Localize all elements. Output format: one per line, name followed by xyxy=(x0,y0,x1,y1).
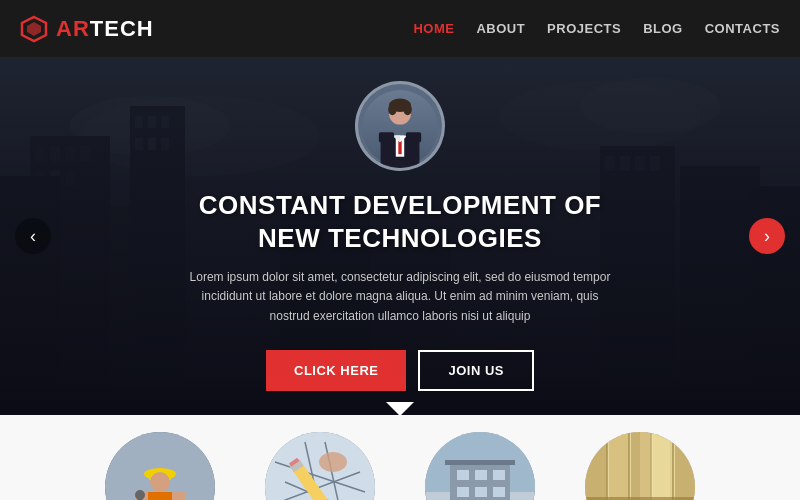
svg-point-39 xyxy=(388,104,396,116)
svg-rect-105 xyxy=(640,432,670,501)
hero-content: CONSTANT DEVELOPMENT OF NEW TECHNOLOGIES… xyxy=(180,81,620,391)
nav-blog[interactable]: BLOG xyxy=(643,21,683,36)
feature-circle-1 xyxy=(105,432,215,501)
main-nav: HOME ABOUT PROJECTS BLOG CONTACTS xyxy=(413,21,780,36)
svg-rect-82 xyxy=(457,470,469,480)
header: ARTECH HOME ABOUT PROJECTS BLOG CONTACTS xyxy=(0,0,800,57)
svg-rect-47 xyxy=(406,132,421,142)
click-here-button[interactable]: CLICK HERE xyxy=(266,350,406,391)
hero-title: CONSTANT DEVELOPMENT OF NEW TECHNOLOGIES xyxy=(180,189,620,254)
next-slide-button[interactable]: › xyxy=(749,218,785,254)
svg-rect-86 xyxy=(475,487,487,497)
feature-circle-4 xyxy=(585,432,695,501)
svg-point-54 xyxy=(150,472,170,492)
svg-rect-85 xyxy=(457,487,469,497)
svg-point-40 xyxy=(403,104,411,116)
logo-icon xyxy=(20,15,48,43)
svg-rect-87 xyxy=(493,487,505,497)
svg-point-62 xyxy=(135,490,145,500)
svg-point-76 xyxy=(319,452,347,472)
hero-description: Lorem ipsum dolor sit amet, consectetur … xyxy=(180,268,620,326)
scroll-indicator xyxy=(386,402,414,415)
hero-section: ‹ xyxy=(0,57,800,415)
prev-slide-button[interactable]: ‹ xyxy=(15,218,51,254)
hero-avatar xyxy=(355,81,445,171)
feature-circle-2 xyxy=(265,432,375,501)
svg-rect-98 xyxy=(609,432,629,501)
nav-contacts[interactable]: CONTACTS xyxy=(705,21,780,36)
svg-rect-83 xyxy=(475,470,487,480)
svg-rect-59 xyxy=(172,492,185,500)
nav-about[interactable]: ABOUT xyxy=(476,21,525,36)
svg-rect-84 xyxy=(493,470,505,480)
join-us-button[interactable]: JOIN US xyxy=(418,350,534,391)
nav-projects[interactable]: PROJECTS xyxy=(547,21,621,36)
features-section xyxy=(0,415,800,500)
svg-rect-46 xyxy=(379,132,394,142)
svg-rect-106 xyxy=(585,497,695,501)
logo: ARTECH xyxy=(20,15,154,43)
svg-rect-104 xyxy=(675,432,695,501)
svg-marker-1 xyxy=(27,22,41,36)
hero-buttons: CLICK HERE JOIN US xyxy=(180,350,620,391)
svg-rect-91 xyxy=(445,460,515,465)
feature-circle-3 xyxy=(425,432,535,501)
logo-text: ARTECH xyxy=(56,16,154,42)
svg-rect-55 xyxy=(148,492,172,501)
nav-home[interactable]: HOME xyxy=(413,21,454,36)
svg-rect-96 xyxy=(585,432,607,501)
